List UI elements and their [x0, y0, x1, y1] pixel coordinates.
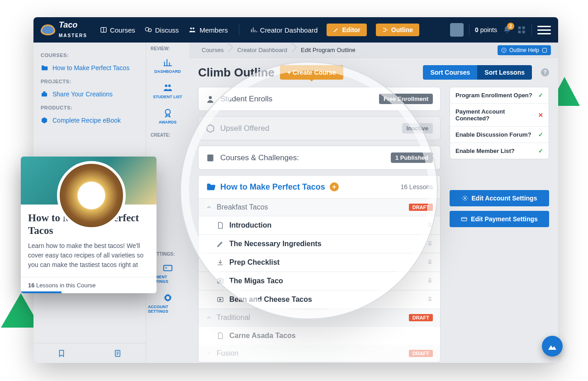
book-icon: [206, 153, 215, 162]
course-preview-card[interactable]: How to Make the Perfect Tacos Learn how …: [21, 157, 156, 293]
create-course-button[interactable]: + Create Course: [280, 65, 343, 80]
card-image: [21, 157, 156, 205]
section-header[interactable]: Fusion DRAFT: [199, 345, 440, 362]
tree-icon: [382, 27, 389, 33]
outline-button[interactable]: Outline: [376, 24, 419, 36]
lesson-title: Introduction: [229, 221, 271, 229]
check-icon: ✓: [538, 131, 543, 138]
main-nav: Courses Discuss Members Creator Dashboar…: [100, 24, 419, 36]
lesson-count: 16 Lessons: [400, 183, 433, 190]
menu-button[interactable]: [537, 23, 551, 37]
help-icon[interactable]: ?: [541, 68, 549, 76]
sidebar-heading: COURSES:: [41, 52, 138, 58]
user-area: 0 points 2: [450, 23, 551, 37]
drag-handle[interactable]: ⠿: [428, 296, 433, 303]
chart-icon: [163, 57, 173, 67]
outline-help-button[interactable]: ? Outline Help: [498, 45, 551, 55]
link-label: Complete Recipe eBook: [52, 117, 121, 124]
check-row[interactable]: Program Enrollment Open?✓: [450, 87, 549, 104]
lesson-item[interactable]: Introduction ⠿: [199, 216, 440, 234]
drag-handle[interactable]: ⠿: [428, 241, 433, 247]
check-icon: ✓: [538, 148, 543, 154]
nav-label: Members: [199, 26, 228, 34]
svg-point-3: [190, 28, 192, 29]
chart-icon: [250, 26, 257, 33]
crumb-current: Edit Program Outline: [295, 43, 364, 58]
drag-handle[interactable]: ⠿: [428, 278, 433, 284]
svg-rect-10: [518, 31, 521, 33]
outline-column: Student Enrolls Free Enrollment Upsell O…: [198, 87, 441, 362]
step-enroll[interactable]: Student Enrolls Free Enrollment: [198, 87, 441, 111]
edit-payment-settings-button[interactable]: Edit Payment Settings: [450, 211, 549, 227]
course-header[interactable]: How to Make Perfect Tacos + 16 Lessons: [199, 176, 440, 198]
tool-students[interactable]: STUDENT LIST: [146, 78, 189, 104]
help-label: Outline Help: [509, 47, 539, 53]
briefcase-icon: [41, 90, 48, 98]
add-lesson-button[interactable]: +: [330, 182, 339, 191]
tool-dashboard[interactable]: DASHBOARD: [146, 53, 189, 78]
lesson-item[interactable]: Bean and Cheese Tacos ⠿: [199, 290, 440, 309]
gear-icon: [462, 195, 468, 201]
taco-icon: [41, 24, 55, 35]
sidebar-course-link[interactable]: How to Make Perfect Tacos: [41, 62, 138, 74]
nav-label: Courses: [110, 26, 135, 34]
editor-button[interactable]: Editor: [327, 24, 366, 36]
tool-label: DASHBOARD: [154, 69, 181, 74]
logo[interactable]: TacoMASTERS: [41, 20, 87, 39]
notifications-button[interactable]: 2: [503, 25, 512, 34]
svg-rect-9: [522, 27, 525, 29]
sidebar-product-link[interactable]: Complete Recipe eBook: [41, 114, 138, 127]
person-icon: [206, 95, 215, 104]
award-icon: [163, 108, 173, 118]
step-courses[interactable]: Courses & Challenges: 1 Published: [198, 146, 441, 170]
grid-icon[interactable]: [517, 25, 526, 34]
step-label: Student Enrolls: [220, 95, 272, 104]
nav-creator-dashboard[interactable]: Creator Dashboard: [250, 26, 318, 34]
separator: [469, 24, 469, 35]
section-title: Fusion: [217, 349, 238, 357]
avatar[interactable]: [450, 23, 464, 37]
nav-members[interactable]: Members: [188, 26, 228, 34]
sort-lessons-button[interactable]: Sort Lessons: [477, 65, 532, 80]
cross-icon: ✕: [538, 112, 543, 119]
check-row[interactable]: Enable Member List?✓: [450, 143, 549, 159]
step-upsell[interactable]: Upsell Offered Inactive: [198, 116, 441, 140]
lesson-item[interactable]: Prep Checklist ⠿: [199, 253, 440, 271]
section-header[interactable]: Breakfast Tacos DRAFT: [199, 199, 440, 216]
sidebar-project-link[interactable]: Share Your Creations: [41, 88, 138, 100]
svg-rect-17: [163, 266, 171, 271]
box-icon: [41, 117, 48, 124]
nav-courses[interactable]: Courses: [100, 26, 135, 34]
chevron-up-icon: [206, 204, 212, 210]
drag-handle[interactable]: ⠿: [428, 259, 433, 266]
check-row[interactable]: Payment Account Connected?✕: [450, 104, 549, 127]
svg-point-7: [386, 29, 387, 30]
btn-label: Edit Account Settings: [472, 195, 537, 202]
fab-button[interactable]: [542, 336, 563, 357]
lesson-item[interactable]: The Necessary Ingredients ⠿: [199, 234, 440, 253]
crumb-dashboard[interactable]: Creator Dashboard: [232, 43, 295, 58]
link-label: Share Your Creations: [52, 90, 113, 98]
section-header[interactable]: Traditional DRAFT: [199, 309, 440, 326]
title-bar: Climb Outline + Create Course Sort Cours…: [189, 58, 558, 87]
brand-sub: MASTERS: [59, 33, 87, 38]
bookmark-icon[interactable]: [57, 349, 66, 357]
brand-name: Taco: [59, 20, 77, 29]
video-icon: [217, 277, 224, 285]
svg-point-6: [383, 31, 384, 32]
breadcrumb: Courses Creator Dashboard Edit Program O…: [189, 43, 558, 58]
sort-courses-button[interactable]: Sort Courses: [423, 65, 477, 80]
document-icon[interactable]: [114, 349, 122, 357]
nav-discuss[interactable]: Discuss: [144, 26, 179, 34]
edit-account-settings-button[interactable]: Edit Account Settings: [450, 190, 549, 206]
tool-awards[interactable]: AWARDS: [146, 104, 189, 129]
lesson-item[interactable]: Carne Asada Tacos: [199, 326, 440, 345]
svg-point-4: [193, 28, 194, 29]
crumb-courses[interactable]: Courses: [196, 43, 232, 58]
page-title: Climb Outline: [198, 66, 275, 80]
lesson-item[interactable]: The Migas Taco ⠿: [199, 271, 440, 290]
check-row[interactable]: Enable Discussion Forum?✓: [450, 127, 549, 143]
drag-handle[interactable]: ⠿: [428, 222, 433, 229]
card-description: Learn how to make the best tacos! We'll …: [28, 241, 149, 270]
svg-rect-8: [518, 27, 521, 29]
